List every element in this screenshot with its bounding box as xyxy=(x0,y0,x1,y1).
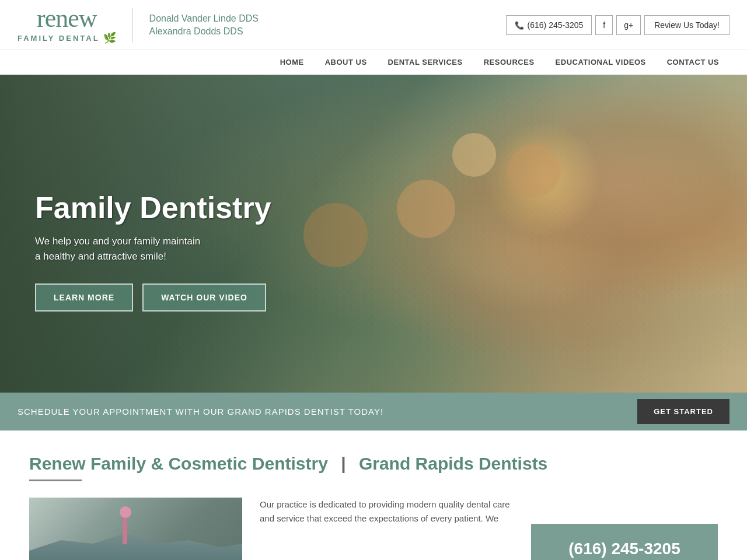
phone-card-number: (616) 245-3205 xyxy=(568,540,680,558)
pipe-separator: | xyxy=(341,454,351,473)
phone-number: (616) 245-3205 xyxy=(528,20,584,30)
nav-items: HOME ABOUT US DENTAL SERVICES RESOURCES … xyxy=(270,50,729,75)
schedule-bar: SCHEDULE YOUR APPOINTMENT WITH OUR GRAND… xyxy=(0,393,747,430)
office-image xyxy=(29,498,242,560)
heading-underline xyxy=(29,480,82,481)
hero-content: Family Dentistry We help you and your fa… xyxy=(35,191,271,312)
building-shape xyxy=(29,530,242,560)
nav-item-educational-videos[interactable]: EDUCATIONAL VIDEOS xyxy=(545,50,657,75)
googleplus-button[interactable]: g+ xyxy=(616,15,641,35)
logo-renew-text: renew xyxy=(37,6,97,32)
header-right: 📞 (616) 245-3205 f g+ Review Us Today! xyxy=(506,15,729,35)
main-body-text: Our practice is dedicated to providing m… xyxy=(260,498,514,560)
nav-item-dental-services[interactable]: DENTAL SERVICES xyxy=(378,50,473,75)
nav-item-contact-us[interactable]: CONTACT US xyxy=(657,50,729,75)
watch-video-button[interactable]: WATCH OUR VIDEO xyxy=(142,284,266,312)
phone-button[interactable]: 📞 (616) 245-3205 xyxy=(506,15,592,35)
leaf-icon: 🌿 xyxy=(103,32,116,44)
logo-mark: renew FAMILY DENTAL 🌿 xyxy=(18,6,116,44)
doctor-names: Donald Vander Linde DDS Alexandra Dodds … xyxy=(149,13,259,37)
main-heading-part1: Renew Family & Cosmetic Dentistry xyxy=(29,454,328,473)
facebook-icon: f xyxy=(603,20,605,30)
nav-item-home[interactable]: HOME xyxy=(270,50,315,75)
nav-item-resources[interactable]: RESOURCES xyxy=(473,50,545,75)
facebook-button[interactable]: f xyxy=(595,15,613,35)
main-content: Our practice is dedicated to providing m… xyxy=(29,498,718,560)
phone-icon: 📞 xyxy=(515,21,524,30)
hero-subtitle: We help you and your family maintain a h… xyxy=(35,234,271,264)
main-heading-part2: Grand Rapids Dentists xyxy=(359,454,547,473)
learn-more-button[interactable]: LEARN MORE xyxy=(35,284,133,312)
flag-top xyxy=(120,506,131,518)
doctor2-name: Alexandra Dodds DDS xyxy=(149,26,259,37)
phone-card: (616) 245-3205 xyxy=(531,524,718,560)
navigation: HOME ABOUT US DENTAL SERVICES RESOURCES … xyxy=(0,49,747,75)
main-section: Renew Family & Cosmetic Dentistry | Gran… xyxy=(0,430,747,560)
review-button[interactable]: Review Us Today! xyxy=(644,15,729,35)
logo-area: renew FAMILY DENTAL 🌿 Donald Vander Lind… xyxy=(18,6,259,44)
hero-buttons: LEARN MORE WATCH OUR VIDEO xyxy=(35,284,271,312)
googleplus-icon: g+ xyxy=(624,20,633,30)
main-heading: Renew Family & Cosmetic Dentistry | Gran… xyxy=(29,454,718,474)
hero-subtitle-line1: We help you and your family maintain xyxy=(35,236,200,247)
logo-family-text: FAMILY DENTAL xyxy=(18,34,100,43)
hero-title: Family Dentistry xyxy=(35,191,271,225)
schedule-text: SCHEDULE YOUR APPOINTMENT WITH OUR GRAND… xyxy=(18,407,383,416)
review-label: Review Us Today! xyxy=(654,20,720,30)
nav-item-about[interactable]: ABOUT US xyxy=(315,50,378,75)
hero-section: Family Dentistry We help you and your fa… xyxy=(0,75,747,393)
header: renew FAMILY DENTAL 🌿 Donald Vander Lind… xyxy=(0,0,747,44)
doctor1-name: Donald Vander Linde DDS xyxy=(149,13,259,24)
logo-divider xyxy=(132,8,133,43)
get-started-button[interactable]: GET STARTED xyxy=(637,399,729,424)
hero-subtitle-line2: a healthy and attractive smile! xyxy=(35,251,166,262)
